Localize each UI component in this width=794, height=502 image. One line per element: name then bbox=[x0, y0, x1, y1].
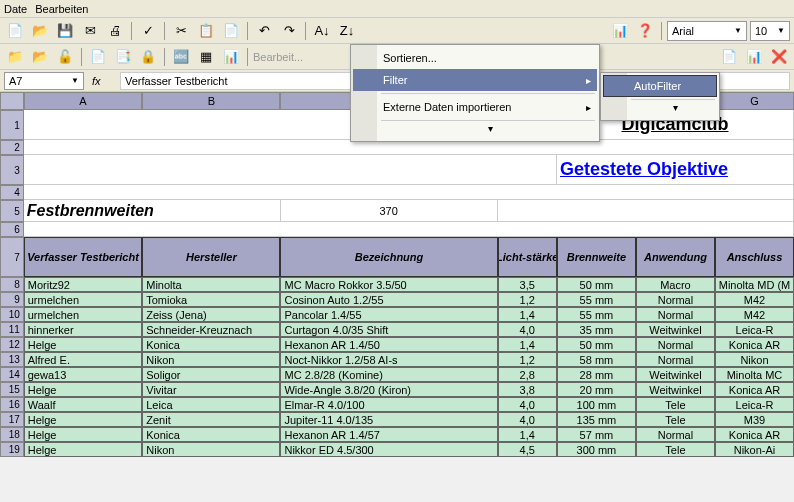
th-brennweite[interactable]: Brennweite bbox=[557, 237, 636, 277]
data-cell[interactable]: Alfred E. bbox=[24, 352, 143, 367]
data-cell[interactable]: 57 mm bbox=[557, 427, 636, 442]
data-cell[interactable]: 1,2 bbox=[498, 292, 557, 307]
row-header[interactable]: 14 bbox=[0, 367, 24, 382]
row-header[interactable]: 19 bbox=[0, 442, 24, 457]
col-header-b[interactable]: B bbox=[142, 92, 280, 110]
th-verfasser[interactable]: Verfasser Testbericht bbox=[24, 237, 143, 277]
data-cell[interactable]: Normal bbox=[636, 307, 715, 322]
data-cell[interactable]: Waalf bbox=[24, 397, 143, 412]
submenu-autofilter[interactable]: AutoFilter bbox=[603, 75, 717, 97]
tool-icon[interactable]: 📁 bbox=[4, 46, 26, 68]
cell[interactable] bbox=[24, 140, 794, 155]
select-all-corner[interactable] bbox=[0, 92, 24, 110]
data-cell[interactable]: Konica AR bbox=[715, 382, 794, 397]
data-cell[interactable]: Nikon bbox=[142, 442, 280, 457]
data-cell[interactable]: 100 mm bbox=[557, 397, 636, 412]
data-cell[interactable]: Weitwinkel bbox=[636, 382, 715, 397]
save-icon[interactable]: 💾 bbox=[54, 20, 76, 42]
section-cell[interactable]: Festbrennweiten bbox=[24, 200, 281, 222]
data-cell[interactable]: Nikon-Ai bbox=[715, 442, 794, 457]
data-cell[interactable]: Curtagon 4.0/35 Shift bbox=[280, 322, 497, 337]
tool-icon[interactable]: ❌ bbox=[768, 46, 790, 68]
data-cell[interactable]: 20 mm bbox=[557, 382, 636, 397]
tool-icon[interactable]: 📄 bbox=[87, 46, 109, 68]
menu-external-data[interactable]: Externe Daten importieren ▸ bbox=[353, 96, 597, 118]
data-cell[interactable]: 1,4 bbox=[498, 337, 557, 352]
data-cell[interactable]: 4,0 bbox=[498, 322, 557, 337]
data-cell[interactable]: Helge bbox=[24, 337, 143, 352]
data-cell[interactable]: Pancolar 1.4/55 bbox=[280, 307, 497, 322]
data-cell[interactable]: Helge bbox=[24, 382, 143, 397]
data-cell[interactable]: Vivitar bbox=[142, 382, 280, 397]
data-cell[interactable]: M39 bbox=[715, 412, 794, 427]
menu-expand[interactable]: ▾ bbox=[353, 123, 597, 139]
row-header[interactable]: 1 bbox=[0, 110, 24, 140]
sort-desc-icon[interactable]: Z↓ bbox=[336, 20, 358, 42]
data-cell[interactable]: Minolta bbox=[142, 277, 280, 292]
data-cell[interactable]: Wide-Angle 3.8/20 (Kiron) bbox=[280, 382, 497, 397]
data-cell[interactable]: 55 mm bbox=[557, 307, 636, 322]
data-cell[interactable]: 2,8 bbox=[498, 367, 557, 382]
count-cell[interactable]: 370 bbox=[281, 200, 498, 222]
data-cell[interactable]: 50 mm bbox=[557, 277, 636, 292]
row-header[interactable]: 12 bbox=[0, 337, 24, 352]
data-cell[interactable]: 50 mm bbox=[557, 337, 636, 352]
undo-icon[interactable]: ↶ bbox=[253, 20, 275, 42]
row-header[interactable]: 6 bbox=[0, 222, 24, 237]
data-cell[interactable]: Tele bbox=[636, 397, 715, 412]
data-cell[interactable]: Konica AR bbox=[715, 337, 794, 352]
cell-reference-box[interactable]: A7▼ bbox=[4, 72, 84, 90]
data-cell[interactable]: urmelchen bbox=[24, 292, 143, 307]
data-cell[interactable]: MC Macro Rokkor 3.5/50 bbox=[280, 277, 497, 292]
row-header[interactable]: 5 bbox=[0, 200, 24, 222]
menu-sort[interactable]: Sortieren... bbox=[353, 47, 597, 69]
row-header[interactable]: 3 bbox=[0, 155, 24, 185]
data-cell[interactable]: 3,5 bbox=[498, 277, 557, 292]
row-header[interactable]: 13 bbox=[0, 352, 24, 367]
data-cell[interactable]: MC 2.8/28 (Komine) bbox=[280, 367, 497, 382]
help-icon[interactable]: ❓ bbox=[634, 20, 656, 42]
sort-asc-icon[interactable]: A↓ bbox=[311, 20, 333, 42]
data-cell[interactable]: Elmar-R 4.0/100 bbox=[280, 397, 497, 412]
new-doc-icon[interactable]: 📄 bbox=[4, 20, 26, 42]
data-cell[interactable]: Schneider-Kreuznach bbox=[142, 322, 280, 337]
tool-icon[interactable]: 📊 bbox=[220, 46, 242, 68]
data-cell[interactable]: Normal bbox=[636, 352, 715, 367]
data-cell[interactable]: Normal bbox=[636, 292, 715, 307]
data-cell[interactable]: Nikon bbox=[715, 352, 794, 367]
data-cell[interactable]: Normal bbox=[636, 337, 715, 352]
data-cell[interactable]: Tele bbox=[636, 442, 715, 457]
th-bezeichnung[interactable]: Bezeichnung bbox=[280, 237, 497, 277]
row-header[interactable]: 8 bbox=[0, 277, 24, 292]
col-header-g[interactable]: G bbox=[715, 92, 794, 110]
data-cell[interactable]: Hexanon AR 1.4/50 bbox=[280, 337, 497, 352]
spell-icon[interactable]: ✓ bbox=[137, 20, 159, 42]
data-cell[interactable]: 55 mm bbox=[557, 292, 636, 307]
tool-icon[interactable]: 📊 bbox=[743, 46, 765, 68]
th-anwendung[interactable]: Anwendung bbox=[636, 237, 715, 277]
data-cell[interactable]: Leica-R bbox=[715, 322, 794, 337]
row-header[interactable]: 16 bbox=[0, 397, 24, 412]
menu-expand[interactable]: ▾ bbox=[603, 102, 717, 118]
data-cell[interactable]: 28 mm bbox=[557, 367, 636, 382]
redo-icon[interactable]: ↷ bbox=[278, 20, 300, 42]
tool-icon[interactable]: ▦ bbox=[195, 46, 217, 68]
data-cell[interactable]: M42 bbox=[715, 307, 794, 322]
data-cell[interactable]: Weitwinkel bbox=[636, 322, 715, 337]
cell[interactable] bbox=[24, 185, 794, 200]
cell[interactable] bbox=[24, 222, 794, 237]
data-cell[interactable]: Jupiter-11 4.0/135 bbox=[280, 412, 497, 427]
data-cell[interactable]: Nikkor ED 4.5/300 bbox=[280, 442, 497, 457]
data-cell[interactable]: 3,8 bbox=[498, 382, 557, 397]
tool-icon[interactable]: 🔒 bbox=[137, 46, 159, 68]
row-header[interactable]: 18 bbox=[0, 427, 24, 442]
cut-icon[interactable]: ✂ bbox=[170, 20, 192, 42]
tool-icon[interactable]: 📑 bbox=[112, 46, 134, 68]
th-licht[interactable]: Licht-stärke bbox=[498, 237, 557, 277]
data-cell[interactable]: 135 mm bbox=[557, 412, 636, 427]
row-header[interactable]: 9 bbox=[0, 292, 24, 307]
data-cell[interactable]: Moritz92 bbox=[24, 277, 143, 292]
data-cell[interactable]: Zenit bbox=[142, 412, 280, 427]
row-header[interactable]: 17 bbox=[0, 412, 24, 427]
th-anschluss[interactable]: Anschluss bbox=[715, 237, 794, 277]
